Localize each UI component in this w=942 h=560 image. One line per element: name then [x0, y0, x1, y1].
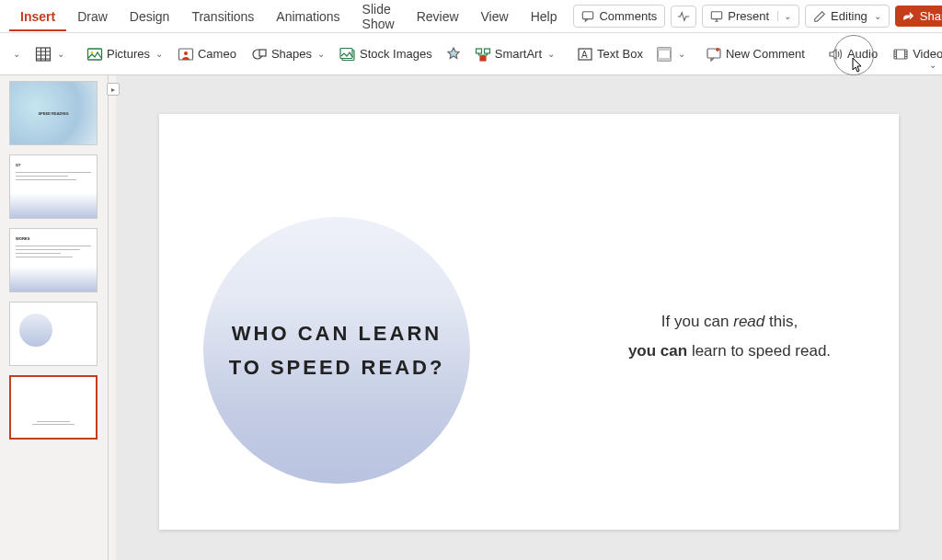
svg-rect-18 — [658, 58, 671, 61]
editing-label: Editing — [831, 9, 867, 23]
chevron-down-icon: ⌄ — [929, 60, 936, 70]
slide-thumbnail-3[interactable]: WORKS — [9, 228, 98, 292]
stock-images-button[interactable]: Stock Images — [334, 42, 438, 66]
chevron-down-icon: ⌄ — [547, 49, 555, 59]
slide-body-1a: If you can — [661, 313, 733, 330]
new-comment-button[interactable]: New Comment — [700, 42, 810, 66]
thumb-2-title: G? — [16, 163, 21, 167]
text-box-button[interactable]: A Text Box — [571, 42, 649, 66]
slide-title-line2: TO SPEED READ? — [229, 356, 445, 379]
text-box-label: Text Box — [597, 47, 643, 61]
menu-bar: Insert Draw Design Transitions Animation… — [0, 0, 942, 33]
thumbnail-panel[interactable]: SPEED READING G? WORKS — [0, 75, 109, 560]
chevron-down-icon: ⌄ — [777, 11, 791, 21]
pencil-icon — [813, 10, 826, 23]
shapes-label: Shapes — [271, 47, 312, 61]
slide-body-1c: this, — [764, 313, 798, 330]
tab-review[interactable]: Review — [406, 2, 470, 31]
tab-transitions[interactable]: Transitions — [180, 2, 265, 31]
ribbon-collapse-button[interactable]: ⌄ — [927, 57, 936, 71]
chevron-down-icon: ⌄ — [317, 49, 325, 59]
slide-editor[interactable]: WHO CAN LEARN TO SPEED READ? If you can … — [159, 114, 899, 530]
thumb-3-title: WORKS — [16, 236, 29, 241]
slide-canvas-area[interactable]: WHO CAN LEARN TO SPEED READ? If you can … — [116, 75, 942, 560]
slide-body-2a: you can — [628, 342, 692, 360]
table-button[interactable]: ⌄ — [29, 42, 70, 66]
work-area: SPEED READING G? WORKS ▸ WH — [0, 75, 942, 560]
slide-thumbnail-5[interactable] — [9, 375, 98, 440]
catchup-button[interactable] — [671, 6, 696, 28]
shapes-button[interactable]: Shapes ⌄ — [246, 42, 330, 66]
shapes-icon — [251, 46, 268, 63]
pictures-button[interactable]: Pictures ⌄ — [81, 42, 168, 66]
present-icon — [710, 10, 723, 23]
slide-thumbnail-1[interactable]: SPEED READING — [9, 81, 98, 145]
comment-icon — [581, 10, 594, 23]
slide-body-1b: read — [733, 313, 764, 330]
svg-rect-0 — [583, 11, 593, 18]
pulse-icon — [677, 10, 690, 23]
chevron-down-icon: ⌄ — [155, 49, 163, 59]
svg-rect-11 — [476, 49, 481, 53]
svg-rect-1 — [712, 11, 722, 18]
slide-body-text[interactable]: If you can read this, you can learn to s… — [582, 307, 877, 367]
share-icon — [902, 10, 915, 23]
share-label: Share — [920, 9, 942, 23]
ribbon-leading-dropdown[interactable]: ⌄ — [6, 45, 26, 63]
header-footer-icon — [656, 46, 672, 63]
tab-draw[interactable]: Draw — [66, 2, 119, 31]
tab-design[interactable]: Design — [119, 2, 181, 31]
share-button[interactable]: Share ⌄ — [895, 6, 942, 27]
thumb-1-title: SPEED READING — [38, 111, 68, 116]
svg-point-6 — [184, 51, 188, 55]
icons-icon — [445, 46, 462, 63]
smartart-label: SmartArt — [495, 47, 542, 61]
cameo-label: Cameo — [198, 47, 236, 61]
header-footer-button[interactable]: ⌄ — [652, 42, 689, 66]
audio-button[interactable]: Audio — [821, 42, 883, 66]
chevron-down-icon: ⌄ — [678, 49, 685, 59]
table-icon — [35, 46, 52, 63]
picture-icon — [86, 46, 103, 63]
comments-button[interactable]: Comments — [573, 5, 665, 28]
new-comment-icon — [706, 46, 722, 63]
smartart-icon — [475, 46, 491, 63]
svg-rect-3 — [88, 49, 102, 60]
svg-rect-17 — [658, 48, 671, 51]
slide-title-circle[interactable]: WHO CAN LEARN TO SPEED READ? — [203, 217, 470, 484]
new-comment-label: New Comment — [726, 47, 805, 61]
tab-view[interactable]: View — [470, 2, 520, 31]
cameo-icon — [178, 46, 194, 63]
comments-label: Comments — [599, 9, 657, 23]
chevron-down-icon: ⌄ — [57, 49, 64, 59]
svg-rect-8 — [259, 50, 266, 56]
text-box-icon: A — [577, 46, 593, 63]
slide-body-2b: learn to speed read. — [692, 342, 831, 360]
svg-text:A: A — [581, 50, 588, 60]
ribbon-insert: ⌄ ⌄ Pictures ⌄ Cameo Shapes ⌄ Stock Imag… — [0, 33, 942, 75]
smartart-button[interactable]: SmartArt ⌄ — [469, 42, 560, 66]
video-icon — [892, 46, 909, 63]
cameo-button[interactable]: Cameo — [172, 42, 242, 66]
splitter-handle-icon[interactable]: ▸ — [107, 83, 120, 96]
audio-label: Audio — [847, 47, 878, 61]
present-label: Present — [728, 9, 769, 23]
chevron-down-icon: ⌄ — [874, 11, 881, 21]
editing-mode-button[interactable]: Editing ⌄ — [805, 5, 890, 28]
stock-images-label: Stock Images — [360, 47, 432, 61]
tab-insert[interactable]: Insert — [9, 2, 66, 31]
panel-splitter[interactable]: ▸ — [109, 75, 116, 560]
svg-rect-12 — [484, 49, 489, 53]
svg-rect-13 — [480, 56, 486, 61]
slide-title-text: WHO CAN LEARN TO SPEED READ? — [229, 316, 445, 385]
audio-icon — [827, 46, 844, 63]
slide-thumbnail-2[interactable]: G? — [9, 154, 98, 219]
svg-point-4 — [91, 51, 94, 53]
icons-button[interactable] — [442, 42, 465, 66]
slide-title-line1: WHO CAN LEARN — [232, 322, 442, 345]
chevron-down-icon: ⌄ — [13, 49, 20, 59]
present-button[interactable]: Present ⌄ — [702, 5, 799, 28]
tab-animations[interactable]: Animations — [265, 2, 350, 31]
tab-help[interactable]: Help — [520, 2, 569, 31]
slide-thumbnail-4[interactable] — [9, 302, 98, 366]
